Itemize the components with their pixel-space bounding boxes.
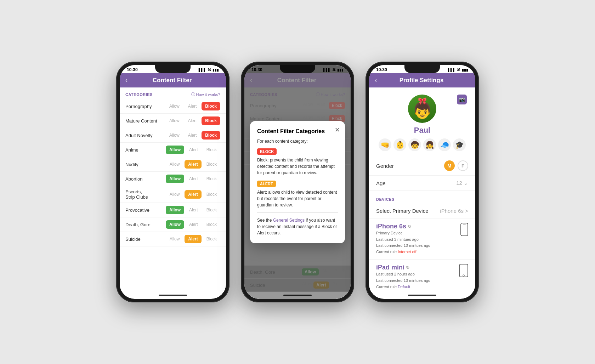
filter-options: Allow Alert Block: [166, 131, 220, 140]
age-chevron: ⌄: [464, 180, 468, 186]
footer-pre: See the: [257, 218, 273, 223]
alert-btn[interactable]: Alert: [186, 206, 202, 214]
category-label: Anime: [125, 147, 166, 153]
avatar-option-3[interactable]: 🧒: [408, 138, 421, 151]
home-indicator-1: [120, 292, 226, 299]
app-header-3: ‹ Profile Settings: [369, 73, 475, 87]
allow-btn[interactable]: Allow: [166, 235, 183, 243]
alert-btn[interactable]: Alert: [186, 146, 202, 154]
gender-female-btn[interactable]: F: [458, 160, 468, 171]
block-btn[interactable]: Block: [203, 146, 220, 154]
filter-row-escorts: Escorts,Strip Clubs Allow Alert Block: [120, 186, 226, 203]
allow-btn[interactable]: Allow: [166, 102, 183, 110]
battery-icon-3: ▮▮▮: [462, 68, 468, 72]
block-btn[interactable]: Block: [203, 220, 220, 229]
age-label: Age: [376, 180, 386, 186]
category-label: Adult Novelty: [125, 133, 166, 138]
ipad-device-icon: [459, 264, 468, 280]
block-btn[interactable]: Block: [202, 131, 220, 140]
device-info-ipad: Last used 2 hours ago Last connected 10 …: [376, 271, 430, 290]
block-btn[interactable]: Block: [203, 190, 220, 199]
allow-btn[interactable]: Allow: [166, 220, 184, 229]
last-used-ipad: Last used 2 hours ago: [376, 271, 430, 278]
devices-label: DEVICES: [376, 197, 395, 201]
age-value[interactable]: 12 ⌄: [456, 180, 468, 186]
device-ipadmini: iPad mini ↻ Last used 2 hours ago Last c…: [369, 260, 475, 292]
block-btn[interactable]: Block: [203, 206, 220, 214]
general-settings-link[interactable]: General Settings: [273, 218, 305, 223]
allow-btn[interactable]: Allow: [166, 206, 184, 214]
age-row: Age 12 ⌄: [369, 176, 475, 191]
category-label: Nudity: [125, 162, 166, 167]
alert-btn[interactable]: Alert: [185, 102, 200, 110]
rule-value-ipad: Default: [398, 285, 410, 289]
alert-btn[interactable]: Alert: [186, 220, 202, 229]
avatar-option-1[interactable]: 🤜: [379, 138, 391, 151]
allow-btn[interactable]: Allow: [166, 146, 184, 154]
category-label: Abortion: [125, 176, 166, 182]
block-description: Block: prevents the child from viewing d…: [257, 157, 338, 176]
status-icons-3: ▌▌▌ ⌘ ▮▮▮: [448, 68, 468, 72]
battery-icon-1: ▮▮▮: [212, 68, 219, 72]
filter-options: Allow Alert Block: [166, 175, 220, 183]
wifi-icon-1: ⌘: [208, 68, 211, 72]
gender-label: Gender: [376, 163, 394, 169]
wifi-icon-3: ⌘: [457, 68, 460, 72]
alert-badge: ALERT: [257, 181, 276, 187]
status-icons-1: ▌▌▌ ⌘ ▮▮▮: [199, 68, 219, 72]
app-header-1: ‹ Content Filter: [120, 73, 226, 87]
filter-row-nudity: Nudity Allow Alert Block: [120, 157, 226, 172]
block-btn[interactable]: Block: [203, 175, 220, 183]
alert-btn[interactable]: Alert: [185, 190, 201, 199]
gender-male-btn[interactable]: M: [444, 160, 455, 171]
avatar-option-4[interactable]: 👧: [423, 138, 436, 151]
block-btn[interactable]: Block: [202, 102, 220, 110]
phone-1: 10:30 ▌▌▌ ⌘ ▮▮▮ ‹ Content Filter CATEGOR…: [116, 62, 230, 302]
camera-button[interactable]: 📷: [457, 95, 467, 104]
allow-btn[interactable]: Allow: [166, 131, 183, 140]
profile-name: Paul: [414, 126, 430, 135]
current-rule-iphone: Current rule Internet off: [376, 249, 430, 255]
filter-options: Allow Alert Block: [166, 235, 220, 243]
categories-label-1: CATEGORIES: [125, 92, 153, 97]
back-button-1[interactable]: ‹: [125, 76, 128, 84]
block-btn[interactable]: Block: [203, 235, 220, 243]
modal-title: Content Filter Categories: [257, 128, 338, 135]
allow-btn[interactable]: Allow: [166, 175, 184, 183]
allow-btn[interactable]: Allow: [166, 190, 183, 199]
avatar-options-row: 🤜 👶 🧒 👧 🧢 🎓: [379, 138, 466, 151]
filter-row-provocative: Provocative Allow Alert Block: [120, 203, 226, 217]
alert-btn[interactable]: Alert: [186, 175, 202, 183]
alert-btn[interactable]: Alert: [185, 235, 201, 243]
devices-header: DEVICES: [369, 191, 475, 204]
filter-row-mature: Mature Content Allow Alert Block: [120, 114, 226, 128]
svg-rect-0: [461, 223, 468, 236]
avatar-option-2[interactable]: 👶: [393, 138, 406, 151]
allow-btn[interactable]: Allow: [166, 116, 183, 125]
phone-device-icon: [460, 223, 468, 239]
filter-options: Allow Alert Block: [166, 206, 220, 214]
modal-footer: See the General Settings if you also wan…: [257, 217, 338, 236]
how-it-works-1[interactable]: ⓘ How it works?: [191, 92, 220, 97]
status-bar-3: 10:30 ▌▌▌ ⌘ ▮▮▮: [369, 65, 475, 73]
phone-3: 10:30 ▌▌▌ ⌘ ▮▮▮ ‹ Profile Settings 📷 🎀 👦: [366, 62, 479, 302]
allow-btn[interactable]: Allow: [166, 160, 183, 169]
avatar-option-5[interactable]: 🧢: [438, 138, 451, 151]
filter-options: Allow Alert Block: [166, 220, 220, 229]
status-time-3: 10:30: [376, 67, 387, 72]
back-button-3[interactable]: ‹: [375, 76, 377, 84]
filter-row-death-gore: Death, Gore Allow Alert Block: [120, 217, 226, 232]
avatar-option-6[interactable]: 🎓: [453, 138, 466, 151]
select-primary-row[interactable]: Select Primary Device iPhone 6s >: [369, 204, 475, 218]
section-header-1: CATEGORIES ⓘ How it works?: [120, 87, 226, 99]
alert-btn[interactable]: Alert: [185, 131, 200, 140]
filter-options: Allow Alert Block: [166, 116, 220, 125]
filter-options: Allow Alert Block: [166, 102, 220, 110]
filter-options: Allow Alert Block: [166, 190, 220, 199]
category-label: Pornography: [125, 104, 166, 109]
alert-btn[interactable]: Alert: [185, 116, 200, 125]
alert-btn[interactable]: Alert: [185, 160, 201, 169]
block-btn[interactable]: Block: [202, 116, 220, 125]
block-btn[interactable]: Block: [203, 160, 220, 169]
modal-close-button[interactable]: ✕: [335, 126, 340, 134]
